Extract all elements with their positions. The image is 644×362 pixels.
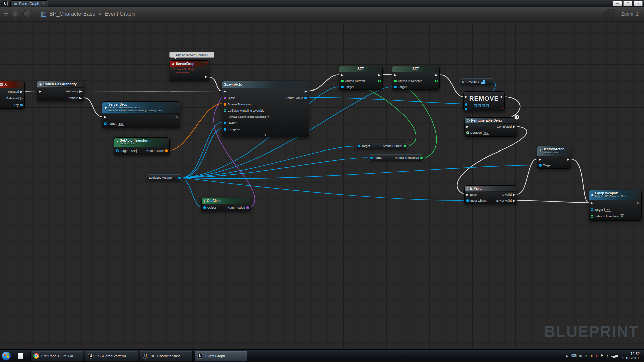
collision-handling-dropdown[interactable]: Always Spawn, Ignore Collisions ▾ bbox=[228, 115, 270, 119]
pin-exec-out[interactable]: ▷ bbox=[637, 202, 640, 205]
target-value-box[interactable]: self bbox=[118, 122, 124, 126]
taskbar-item-project[interactable]: U TSSGameStarterKi... bbox=[85, 351, 138, 361]
show-hidden-icons-icon[interactable]: ▲ bbox=[565, 354, 569, 358]
node-get-class[interactable]: ƒ GetClass Object Return Value bbox=[201, 198, 251, 211]
pin-target[interactable]: Target self bbox=[104, 122, 124, 126]
taskbar-item-browser[interactable]: Edit Page < FPS Ga... bbox=[30, 351, 83, 361]
node-get-actor-transform[interactable]: ƒ GetActorTransform Target is Actor Targ… bbox=[114, 137, 170, 155]
minimize-button[interactable]: — bbox=[613, 1, 622, 6]
pin-exec-in[interactable]: ▶ bbox=[591, 202, 593, 205]
pin-exec-out[interactable]: ▶ bbox=[567, 158, 569, 161]
breadcrumb-blueprint[interactable]: BP_CharacterBase bbox=[49, 11, 95, 17]
status-icon[interactable]: ● bbox=[596, 354, 598, 358]
node-input-key-x[interactable]: ⌨ X Pressed ▶ Released ▷ Key bbox=[0, 81, 25, 109]
node-comment-bubble[interactable]: Run on Server (Reliable) bbox=[169, 52, 214, 58]
pin-instigator[interactable]: Instigator bbox=[224, 128, 240, 131]
node-ut-inventory-getter[interactable]: UT Inventory bbox=[459, 78, 495, 85]
pin-exec-in[interactable]: ▶ bbox=[466, 125, 469, 128]
forward-button[interactable]: → bbox=[23, 10, 32, 18]
favorite-star-icon[interactable]: ☆ bbox=[3, 10, 9, 18]
pin-exec-out[interactable]: ▶ bbox=[305, 90, 307, 93]
node-equip-weapon[interactable]: ◆ Equip Weapon Target is BP Character Ba… bbox=[589, 190, 642, 221]
pin-target[interactable]: Target bbox=[370, 156, 382, 159]
node-set-ammo-current[interactable]: SET ▶ ▶ Ammo Current Target bbox=[339, 66, 383, 90]
breadcrumb-graph[interactable]: Event Graph bbox=[104, 11, 135, 17]
index-value-box[interactable]: 0 bbox=[620, 214, 624, 218]
update-icon[interactable]: ● bbox=[591, 354, 593, 358]
pin-exec-in[interactable]: ▶ bbox=[39, 90, 41, 93]
pin-return-value[interactable]: Return Value bbox=[227, 206, 249, 209]
pin-ammo-in-reserve[interactable]: Ammo in Reserve bbox=[394, 79, 422, 83]
pin-value-out[interactable]: Ammo Current bbox=[383, 144, 406, 148]
pin-exec-in[interactable]: ▶ bbox=[341, 74, 343, 77]
pin-inventory-object[interactable] bbox=[465, 108, 467, 110]
pin-exec-in[interactable]: ▶ Exec bbox=[466, 193, 477, 196]
pin-value-out[interactable]: Ammo in Reserve bbox=[395, 156, 423, 159]
pin-target[interactable]: Target bbox=[539, 164, 551, 167]
pin-collision-handling[interactable]: Collision Handling Override bbox=[224, 109, 264, 112]
node-remove-macro[interactable]: ▶ ▶ REMOVE bbox=[463, 91, 505, 111]
pin-owner[interactable]: Owner bbox=[224, 121, 237, 125]
pin-target[interactable]: Target bbox=[341, 85, 354, 89]
pin-duration[interactable]: Duration 0.2 bbox=[466, 131, 489, 135]
pin-output-value[interactable] bbox=[435, 80, 438, 82]
antivirus-icon[interactable]: ✔ bbox=[585, 354, 588, 358]
node-destroy-actor[interactable]: ƒ DestroyActor Target is Actor ▶ ▶ Targe… bbox=[537, 146, 571, 169]
pin-released[interactable]: Released ▷ bbox=[6, 97, 23, 100]
input-method-icon[interactable]: ⌨ bbox=[571, 354, 577, 358]
pin-value-out[interactable] bbox=[178, 177, 181, 179]
network-signal-icon[interactable]: ▂▄▆ bbox=[611, 354, 618, 357]
taskbar-item-bp-characterbase[interactable]: U BP_CharacterBase bbox=[140, 351, 193, 361]
pin-target[interactable]: Target self bbox=[591, 208, 611, 212]
expand-node-button[interactable]: ▼ bbox=[222, 132, 309, 138]
pin-exec-out[interactable]: ▶ bbox=[378, 74, 381, 77]
pin-spawn-transform[interactable]: Spawn Transform bbox=[224, 103, 252, 106]
node-set-ammo-reserve[interactable]: SET ▶ ▶ Ammo in Reserve Target bbox=[392, 66, 440, 90]
taskbar-item-event-graph[interactable]: U Event Graph bbox=[194, 351, 247, 361]
node-server-drop-call[interactable]: ◆ Server Drop Target is BP Character Bas… bbox=[102, 101, 180, 128]
pin-exec-in[interactable]: ▶ bbox=[104, 116, 106, 119]
close-button[interactable]: × bbox=[634, 1, 643, 6]
mail-icon[interactable]: ✉ bbox=[579, 354, 582, 358]
pin-key[interactable]: Key bbox=[13, 103, 23, 107]
volume-icon[interactable]: ♪ bbox=[606, 354, 608, 358]
back-button[interactable]: ← bbox=[12, 10, 20, 18]
pin-target[interactable]: Target bbox=[394, 85, 407, 89]
pin-exec-in[interactable]: ▶ bbox=[539, 158, 541, 161]
pin-class[interactable]: Class bbox=[224, 96, 235, 100]
language-flag-icon[interactable]: ⚑ bbox=[600, 354, 604, 358]
pin-ammo-current[interactable]: Ammo Current bbox=[341, 79, 365, 83]
pin-object[interactable]: Object bbox=[203, 206, 216, 209]
target-value-box[interactable]: self bbox=[604, 208, 611, 212]
pin-exec-in[interactable]: ▶ bbox=[224, 90, 226, 93]
pin-target[interactable]: Target bbox=[358, 144, 370, 148]
pin-is-valid[interactable]: Is Valid ▶ bbox=[502, 193, 515, 196]
node-serverdrop-event[interactable]: ◆ ServerDrop Executes On Server Custom E… bbox=[170, 60, 209, 81]
pin-exec-in[interactable]: ▶ bbox=[394, 74, 396, 77]
node-switch-has-authority[interactable]: ◈ Switch Has Authority ▶ Authority ▶ Rem… bbox=[37, 81, 84, 101]
node-get-ammo-current[interactable]: Target Ammo Current bbox=[355, 143, 409, 149]
pin-remote[interactable]: Remote ▶ bbox=[68, 96, 82, 100]
pin-return-value[interactable]: Return Value bbox=[146, 149, 168, 153]
pin-pressed[interactable]: Pressed ▶ bbox=[8, 90, 23, 93]
node-equipped-weapon-getter[interactable]: Equipped Weapon bbox=[146, 174, 183, 181]
blueprint-graph-canvas[interactable]: Run on Server (Reliable) ⌨ X Pressed ▶ R… bbox=[0, 21, 644, 349]
pin-authority[interactable]: Authority ▶ bbox=[66, 89, 82, 93]
notepad-icon[interactable] bbox=[18, 353, 23, 359]
node-spawn-actor[interactable]: SpawnActor ▶ ▶ Class Return Value bbox=[222, 81, 309, 137]
pin-completed[interactable]: Completed ▶ bbox=[497, 125, 515, 128]
tab-close-icon[interactable]: × bbox=[42, 2, 44, 6]
node-is-valid[interactable]: ? Is Valid ▶ Exec Is Valid ▶ Input Objec… bbox=[464, 185, 517, 204]
start-button[interactable] bbox=[2, 351, 11, 361]
pin-exec-out[interactable]: ▷ bbox=[176, 116, 178, 119]
tab-event-graph[interactable]: ▦ Event Graph × bbox=[10, 0, 48, 7]
pin-target[interactable]: Target self bbox=[116, 149, 137, 153]
pin-exec-out[interactable]: ▶ bbox=[435, 74, 438, 77]
pin-output-value[interactable] bbox=[378, 80, 381, 82]
pin-input-object[interactable]: Input Object bbox=[466, 199, 487, 202]
node-get-ammo-reserve[interactable]: Target Ammo in Reserve bbox=[368, 154, 425, 161]
target-value-box[interactable]: self bbox=[130, 149, 137, 153]
duration-value-box[interactable]: 0.2 bbox=[483, 131, 489, 135]
taskbar-clock[interactable]: 12:52 9.10.2019. bbox=[622, 352, 642, 360]
pin-item-object[interactable] bbox=[465, 103, 467, 106]
